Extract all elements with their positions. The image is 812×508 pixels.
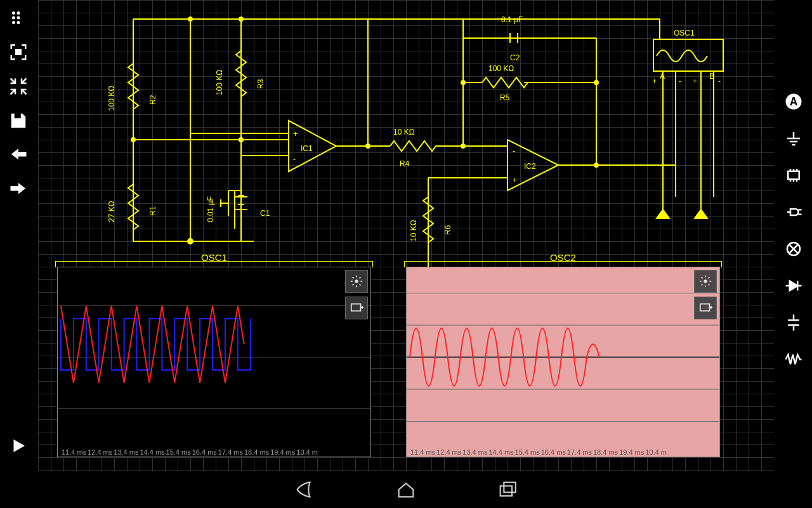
home-icon[interactable] xyxy=(393,477,419,502)
oscilloscope-osc2[interactable]: OSC2 11.4 ms12.4 ms13.4 ms14.4 ms15.4 ms… xyxy=(406,267,720,457)
svg-point-5 xyxy=(17,21,20,24)
svg-point-4 xyxy=(12,21,15,24)
menu-icon[interactable] xyxy=(6,5,31,30)
svg-rect-41 xyxy=(700,304,710,311)
redo-icon[interactable] xyxy=(6,177,31,202)
svg-point-33 xyxy=(355,279,358,283)
lamp-icon[interactable] xyxy=(781,236,806,262)
svg-point-0 xyxy=(12,11,15,15)
collapse-icon[interactable] xyxy=(6,74,31,99)
save-icon[interactable] xyxy=(6,108,31,133)
svg-text:A: A xyxy=(790,95,798,108)
android-nav-bar xyxy=(0,471,812,508)
back-icon[interactable] xyxy=(292,477,317,502)
oscilloscope-osc1[interactable]: OSC1 11.4 ms12.4 ms13.4 ms14.4 ms15.4 ms… xyxy=(57,267,371,457)
svg-rect-42 xyxy=(501,486,512,496)
component-palette: A xyxy=(775,0,812,471)
signal-icon[interactable] xyxy=(781,347,806,372)
ammeter-icon[interactable]: A xyxy=(781,89,806,114)
svg-point-3 xyxy=(17,17,20,20)
capacitor-icon[interactable] xyxy=(781,310,806,335)
fullscreen-icon[interactable] xyxy=(6,39,31,65)
scope-settings-icon[interactable] xyxy=(694,270,717,293)
svg-point-2 xyxy=(12,17,15,20)
scope-export-icon[interactable] xyxy=(345,297,368,319)
scope-time-axis: 11.4 ms12.4 ms13.4 ms14.4 ms15.4 ms16.4 … xyxy=(58,447,370,457)
play-icon[interactable] xyxy=(6,433,31,458)
scope-time-axis: 11.4 ms12.4 ms13.4 ms14.4 ms15.4 ms16.4 … xyxy=(407,447,719,457)
plug-icon[interactable] xyxy=(781,199,806,225)
scope-export-icon[interactable] xyxy=(694,297,717,319)
svg-rect-6 xyxy=(16,50,21,55)
svg-rect-34 xyxy=(351,304,361,311)
svg-rect-9 xyxy=(788,171,799,180)
svg-point-1 xyxy=(17,11,20,15)
undo-icon[interactable] xyxy=(6,142,31,168)
recent-apps-icon[interactable] xyxy=(495,477,520,502)
scope-settings-icon[interactable] xyxy=(345,270,368,293)
ic-chip-icon[interactable] xyxy=(781,163,806,188)
ground-icon[interactable] xyxy=(781,126,806,151)
svg-rect-43 xyxy=(504,483,515,493)
left-toolbar xyxy=(0,0,37,471)
diode-icon[interactable] xyxy=(781,273,806,298)
svg-point-40 xyxy=(704,279,707,283)
